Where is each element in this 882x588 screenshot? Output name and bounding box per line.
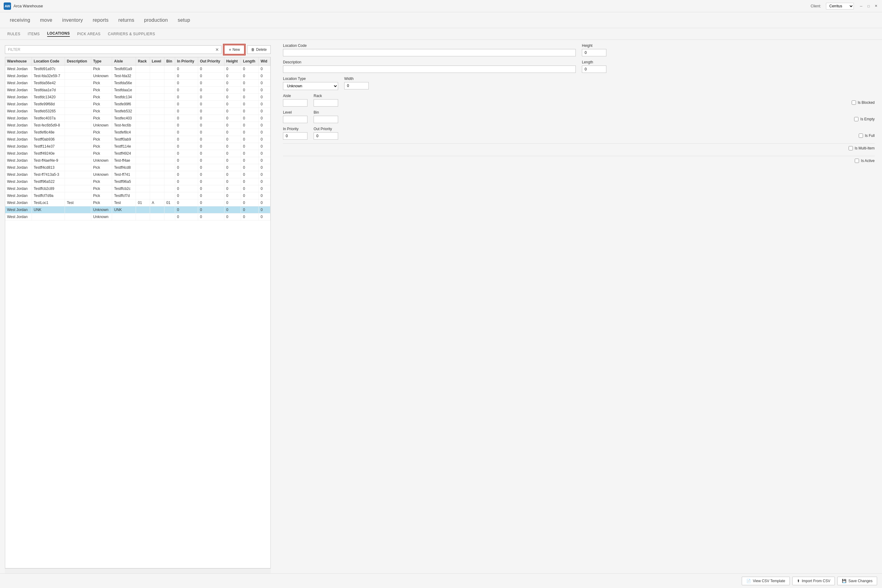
col-width[interactable]: Wid xyxy=(259,57,270,66)
title-bar-left: AW Arca Warehouse xyxy=(4,3,43,10)
nav-move[interactable]: move xyxy=(40,16,52,24)
table-row[interactable]: West JordanTest-fec6b5d9-8UnknownTest-fe… xyxy=(5,122,270,129)
table-row[interactable]: West JordanTestfdaa1e7dPickTestfdaa1e000… xyxy=(5,87,270,94)
minimize-button[interactable]: ─ xyxy=(859,4,864,9)
col-out-priority[interactable]: Out Priority xyxy=(198,57,225,66)
col-bin[interactable]: Bin xyxy=(165,57,175,66)
is-blocked-row: Is Blocked xyxy=(852,100,874,105)
table-row[interactable]: West JordanTestLoc1TestPickTest01A010000… xyxy=(5,200,270,206)
new-button[interactable]: + New xyxy=(224,45,245,54)
width-input[interactable] xyxy=(344,82,369,89)
import-csv-label: Import From CSV xyxy=(802,579,830,583)
col-type[interactable]: Type xyxy=(91,57,112,66)
title-bar: AW Arca Warehouse Client: Cerritus ─ □ ✕ xyxy=(0,0,882,12)
table-row[interactable]: West JordanTestff4cd813PickTestff4cd8000… xyxy=(5,164,270,171)
table-row[interactable]: West JordanTestffcf7d9aPickTestffcf7d000… xyxy=(5,192,270,200)
is-full-label: Is Full xyxy=(865,134,874,138)
view-csv-button[interactable]: 📄 View CSV Template xyxy=(742,577,790,585)
delete-button[interactable]: 🗑 Delete xyxy=(247,45,271,54)
rack-input[interactable] xyxy=(314,99,338,106)
sub-nav-items[interactable]: ITEMS xyxy=(28,32,40,36)
table-row[interactable]: West JordanTest-ff7413a5-3UnknownTest-ff… xyxy=(5,171,270,178)
save-icon: 💾 xyxy=(842,579,846,583)
nav-production[interactable]: production xyxy=(144,16,168,24)
app-icon: AW xyxy=(4,3,11,10)
table-row[interactable]: West JordanTestff114e37PickTestff114e000… xyxy=(5,143,270,150)
sub-nav-locations[interactable]: LOCATIONS xyxy=(47,31,70,37)
out-priority-input[interactable] xyxy=(314,132,338,140)
in-priority-input[interactable] xyxy=(283,132,308,140)
col-height[interactable]: Height xyxy=(224,57,241,66)
bin-input[interactable] xyxy=(314,116,338,123)
table-row[interactable]: West JordanTestfec4037aPickTestfec403000… xyxy=(5,115,270,122)
col-location-code[interactable]: Location Code xyxy=(32,57,64,66)
table-row[interactable]: West JordanTestff49240ePickTestff4924000… xyxy=(5,150,270,157)
col-rack[interactable]: Rack xyxy=(136,57,150,66)
is-active-checkbox[interactable] xyxy=(855,159,859,163)
location-code-input[interactable] xyxy=(283,49,576,56)
form-row-4: Aisle Rack Is Blocked xyxy=(283,94,874,106)
col-length[interactable]: Length xyxy=(241,57,259,66)
description-input[interactable] xyxy=(283,66,576,73)
title-bar-right: Client: Cerritus ─ □ ✕ xyxy=(811,3,878,9)
height-input[interactable] xyxy=(582,49,606,56)
table-row[interactable]: West JordanTestffcb2c89PickTestffcb2c000… xyxy=(5,185,270,192)
form-group-height: Height xyxy=(582,44,874,56)
is-empty-checkbox[interactable] xyxy=(854,117,858,121)
close-button[interactable]: ✕ xyxy=(873,4,878,9)
length-label: Length xyxy=(582,60,874,64)
form-group-out-priority: Out Priority xyxy=(314,127,338,140)
col-in-priority[interactable]: In Priority xyxy=(175,57,198,66)
form-group-location-code: Location Code xyxy=(283,44,576,56)
col-warehouse[interactable]: Warehouse xyxy=(5,57,32,66)
aisle-input[interactable] xyxy=(283,99,308,106)
sub-nav-pick-areas[interactable]: PICK AREAS xyxy=(77,32,100,36)
table-row[interactable]: West JordanTest-fda32e59-7UnknownTest-fd… xyxy=(5,73,270,80)
maximize-button[interactable]: □ xyxy=(866,4,871,9)
table-row[interactable]: West JordanTestff96a522PickTestff96a5000… xyxy=(5,178,270,185)
col-description[interactable]: Description xyxy=(65,57,91,66)
col-aisle[interactable]: Aisle xyxy=(112,57,136,66)
sub-nav-carriers-suppliers[interactable]: CARRIERS & SUPPLIERS xyxy=(108,32,155,36)
import-csv-button[interactable]: ⬆ Import From CSV xyxy=(792,577,835,585)
nav-receiving[interactable]: receiving xyxy=(10,16,30,24)
table-row[interactable]: West JordanUnknown00000 xyxy=(5,213,270,220)
nav-reports[interactable]: reports xyxy=(93,16,109,24)
table-row[interactable]: West JordanUNKUnknownUNK00000 xyxy=(5,206,270,213)
table-row[interactable]: West JordanTestfda56e42PickTestfda56e000… xyxy=(5,80,270,87)
form-group-description: Description xyxy=(283,60,576,73)
window-controls: ─ □ ✕ xyxy=(859,4,878,9)
table-row[interactable]: West JordanTest-ff4aef4e-9UnknownTest-ff… xyxy=(5,157,270,164)
table-header-row: Warehouse Location Code Description Type… xyxy=(5,57,270,66)
is-blocked-checkbox[interactable] xyxy=(852,100,856,105)
level-input[interactable] xyxy=(283,116,308,123)
table-row[interactable]: West JordanTestfef8c48ePickTestfef8c4000… xyxy=(5,129,270,136)
is-multi-item-checkbox[interactable] xyxy=(849,146,853,150)
save-changes-button[interactable]: 💾 Save Changes xyxy=(837,577,877,585)
filter-input[interactable] xyxy=(5,45,221,54)
locations-table[interactable]: Warehouse Location Code Description Type… xyxy=(5,57,271,568)
length-input[interactable] xyxy=(582,66,606,73)
location-type-select[interactable]: Unknown Pick Reserve Staging Receiving O… xyxy=(283,82,338,90)
filter-clear-icon[interactable]: ✕ xyxy=(215,47,219,52)
table-row[interactable]: West JordanTestfd91a97cPickTestfd91a9000… xyxy=(5,66,270,73)
table-row[interactable]: West JordanTestfeb53265PickTestfeb532000… xyxy=(5,108,270,115)
form-group-width: Width xyxy=(344,76,874,90)
table-row[interactable]: West JordanTestfdc13420PickTestfdc134000… xyxy=(5,94,270,101)
width-label: Width xyxy=(344,76,874,81)
nav-returns[interactable]: returns xyxy=(118,16,135,24)
table-row[interactable]: West JordanTestff0ab936PickTestff0ab9000… xyxy=(5,136,270,143)
is-empty-row: Is Empty xyxy=(854,117,874,121)
is-full-checkbox[interactable] xyxy=(859,134,863,138)
table-row[interactable]: West JordanTestfe99f68dPickTestfe99f6000… xyxy=(5,101,270,108)
nav-inventory[interactable]: inventory xyxy=(62,16,83,24)
rack-label: Rack xyxy=(314,94,338,98)
col-level[interactable]: Level xyxy=(150,57,164,66)
new-button-label: New xyxy=(232,48,240,52)
form-row-multi-item: Is Multi-Item xyxy=(283,146,874,152)
location-code-label: Location Code xyxy=(283,44,576,48)
nav-setup[interactable]: setup xyxy=(178,16,190,24)
is-multi-item-row: Is Multi-Item xyxy=(849,146,874,150)
sub-nav-rules[interactable]: RULES xyxy=(8,32,21,36)
client-select[interactable]: Cerritus xyxy=(826,3,854,9)
